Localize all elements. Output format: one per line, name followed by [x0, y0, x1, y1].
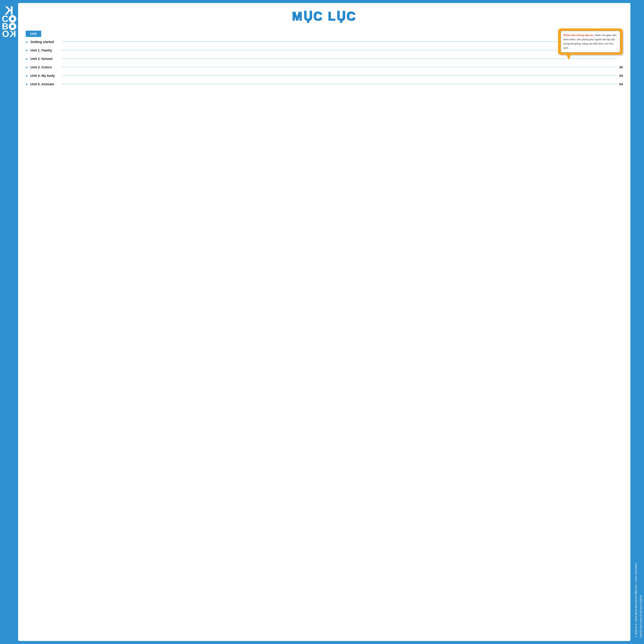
logo-k2-letter: K [10, 29, 16, 38]
toc-bullet-2: ● [26, 48, 28, 52]
logo-k-letter: K [5, 5, 13, 17]
toc-dots-6 [62, 84, 617, 84]
toc-item-unit3: ● Unit 3. Colors 30 [26, 65, 623, 69]
toc-dots-2 [62, 50, 617, 50]
toc-bullet-5: ● [26, 74, 28, 78]
left-sidebar: K C B O K [0, 0, 18, 644]
toc-item-getting-started: ● Getting started [26, 40, 623, 44]
toc-page-4: 30 [618, 65, 623, 69]
unit-header-label: Unit [26, 31, 41, 37]
logo-o-letter: O [2, 29, 9, 38]
bubble-highlight: Phiên bản không đáp án: [563, 34, 594, 37]
toc-label-4: Unit 3. Colors [30, 65, 61, 69]
speech-bubble: Phiên bản không đáp án: Dành cho giáo vi… [558, 28, 623, 55]
toc-bullet-6: ● [26, 82, 28, 86]
toc-label-5: Unit 4. My body [30, 74, 61, 78]
bubble-tail [566, 55, 571, 60]
right-sub-text: Phát triển vốn từ vựng, cấu trúc câu, kĩ… [639, 595, 642, 638]
page-title-container: MỤC LỤC [26, 9, 623, 23]
right-main-text: Build-up 1A - Không đáp án (theo bộ sách… [635, 562, 637, 634]
speech-bubble-wrapper: Phiên bản không đáp án: Dành cho giáo vi… [558, 28, 623, 55]
toc-label-6: Unit 5. Animals [30, 82, 61, 86]
logo-row3: O K [2, 29, 16, 38]
toc-label-2: Unit 1. Family [30, 48, 61, 52]
toc-item-unit5: ● Unit 5. Animals 54 [26, 82, 623, 86]
toc-page-6: 54 [618, 82, 623, 86]
toc-bullet-4: ● [26, 65, 28, 69]
right-sidebar-text: ● Build-up 1A - Không đáp án (theo bộ sá… [635, 559, 643, 638]
right-sidebar-item1: ● Build-up 1A - Không đáp án (theo bộ sá… [635, 562, 638, 638]
toc-label-1: Getting started [30, 40, 61, 44]
right-sidebar-item2: Phát triển vốn từ vựng, cấu trúc câu, kĩ… [639, 595, 642, 638]
toc-dots-5 [62, 75, 617, 76]
toc-item-unit2: ● Unit 2. School [26, 57, 623, 61]
toc-bullet-1: ● [26, 40, 28, 44]
toc-dots-3 [62, 58, 617, 59]
toc-container: Phiên bản không đáp án: Dành cho giáo vi… [26, 31, 623, 86]
page-title: MỤC LỤC [292, 9, 356, 23]
unit-header: Unit [26, 31, 623, 40]
logo: K C B O K [2, 5, 16, 38]
main-content: MỤC LỤC Phiên bản không đáp án: Dành cho… [18, 3, 630, 641]
toc-label-3: Unit 2. School [30, 57, 61, 61]
toc-bullet-3: ● [26, 57, 28, 61]
right-sidebar: ● Build-up 1A - Không đáp án (theo bộ sá… [633, 0, 644, 644]
toc-item-unit1: ● Unit 1. Family [26, 48, 623, 52]
right-bullet-1: ● [635, 635, 638, 638]
bubble-inner: Phiên bản không đáp án: Dành cho giáo vi… [561, 31, 620, 53]
toc-list: ● Getting started ● Unit 1. Family ● Uni… [26, 40, 623, 86]
toc-item-unit4: ● Unit 4. My body 44 [26, 74, 623, 78]
toc-page-5: 44 [618, 74, 623, 78]
